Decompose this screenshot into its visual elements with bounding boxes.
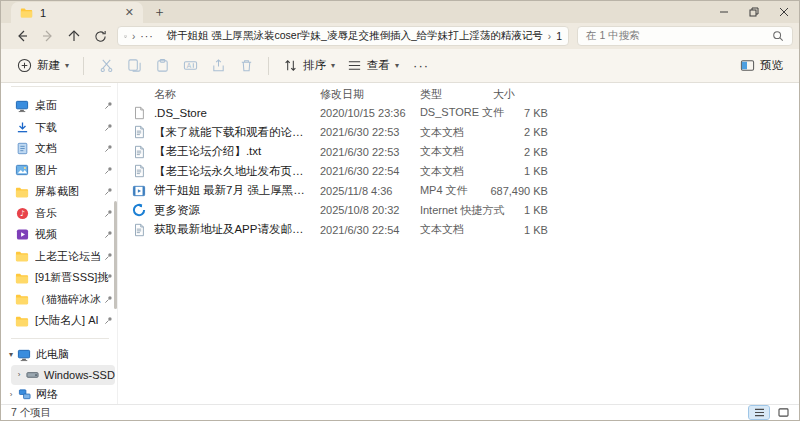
column-header-size[interactable]: 大小	[484, 87, 548, 102]
sidebar-item-this-pc[interactable]: ▾ 此电脑	[1, 345, 117, 365]
sort-button[interactable]: 排序 ▾	[277, 54, 341, 77]
file-type: DS_STORE 文件	[420, 105, 484, 120]
file-size: 1 KB	[484, 165, 548, 177]
tab-close-icon[interactable]: ✕	[122, 6, 137, 19]
forward-button[interactable]	[35, 25, 61, 47]
file-row[interactable]: 【来了就能下载和观看的论坛，纯免费！】.txt 2021/6/30 22:53 …	[130, 123, 799, 143]
network-icon	[17, 388, 31, 402]
scissors-icon	[99, 58, 114, 73]
this-pc-icon	[17, 348, 31, 362]
address-breadcrumb-bar[interactable]: › ··· 饼干姐姐 强上厚黑泳装coser学妹_凌辱足交推倒插入_给学妹打上淫…	[117, 26, 569, 46]
sidebar-item-folder-dalu[interactable]: [大陆名人] AI	[1, 310, 117, 332]
column-header-type[interactable]: 类型	[420, 87, 484, 102]
share-button[interactable]	[204, 54, 232, 78]
chevron-down-icon: ▾	[395, 61, 399, 70]
file-row[interactable]: 饼干姐姐 最新7月 强上厚黑泳装coser学妹_凌... 2025/11/8 4…	[130, 181, 799, 201]
cut-button[interactable]	[92, 54, 120, 78]
up-button[interactable]	[61, 25, 87, 47]
internet-shortcut-icon	[132, 203, 146, 217]
file-name[interactable]: 【老王论坛介绍】.txt	[154, 144, 320, 159]
toolbar-separator	[83, 57, 84, 75]
downloads-icon	[15, 120, 29, 134]
sidebar-item-videos[interactable]: 视频	[1, 224, 117, 246]
pin-icon	[104, 294, 113, 306]
column-header-name[interactable]: 名称	[154, 87, 320, 102]
file-type: 文本文档	[420, 125, 484, 140]
file-explorer-window: 1 ✕ ＋ › ··· 饼干姐姐 强上厚黑泳装coser学妹_凌辱足交推倒插入_…	[0, 0, 800, 421]
pin-icon	[104, 272, 113, 284]
more-options-button[interactable]: ···	[405, 58, 437, 73]
new-tab-button[interactable]: ＋	[153, 3, 166, 21]
sidebar-item-folder-laowang[interactable]: 上老王论坛当	[1, 246, 117, 268]
sidebar-item-downloads[interactable]: 下载	[1, 117, 117, 139]
large-icons-view-button[interactable]	[773, 406, 793, 419]
file-name[interactable]: 饼干姐姐 最新7月 强上厚黑泳装coser学妹_凌...	[154, 183, 320, 198]
rename-button[interactable]: A	[176, 54, 204, 78]
breadcrumb-parent-folder[interactable]: 饼干姐姐 强上厚黑泳装coser学妹_凌辱足交推倒插入_给学妹打上淫荡的精液记号	[167, 29, 543, 43]
file-name[interactable]: 【来了就能下载和观看的论坛，纯免费！】.txt	[154, 125, 320, 140]
sidebar-item-network[interactable]: › 网络	[1, 385, 117, 405]
sidebar-item-music[interactable]: ♪ 音乐	[1, 203, 117, 225]
sidebar-item-desktop[interactable]: 桌面	[1, 95, 117, 117]
file-row[interactable]: 【老王论坛介绍】.txt 2021/6/30 22:53 文本文档 2 KB	[130, 142, 799, 162]
trash-icon	[239, 58, 254, 73]
folder-icon	[15, 292, 29, 306]
file-name[interactable]: 【老王论坛永久地址发布页】.txt	[154, 164, 320, 179]
file-row[interactable]: 获取最新地址及APP请发邮箱自动获取.txt 2021/6/30 22:54 文…	[130, 220, 799, 240]
command-toolbar: 新建 ▾ A 排序 ▾ 查看 ▾ ··· 预览	[1, 49, 799, 83]
copy-button[interactable]	[120, 54, 148, 78]
chevron-collapsed-icon[interactable]: ›	[13, 370, 25, 379]
file-date: 2025/11/8 4:36	[320, 185, 420, 197]
new-button-label: 新建	[37, 58, 60, 73]
file-list-pane: 名称 修改日期 类型 大小 .DS_Store 2020/10/15 23:36…	[118, 83, 799, 404]
file-icon	[132, 106, 146, 120]
back-button[interactable]	[9, 25, 35, 47]
file-name[interactable]: 获取最新地址及APP请发邮箱自动获取.txt	[154, 222, 320, 237]
restore-button[interactable]	[739, 1, 769, 23]
address-bar-row: › ··· 饼干姐姐 强上厚黑泳装coser学妹_凌辱足交推倒插入_给学妹打上淫…	[1, 23, 799, 49]
chevron-collapsed-icon[interactable]: ›	[5, 390, 17, 399]
file-date: 2021/6/30 22:53	[320, 146, 420, 158]
sidebar-scrollbar[interactable]	[114, 201, 117, 309]
chevron-expanded-icon[interactable]: ▾	[5, 350, 17, 359]
breadcrumb-ellipsis[interactable]: ···	[140, 30, 154, 42]
file-row[interactable]: 【老王论坛永久地址发布页】.txt 2021/6/30 22:54 文本文档 1…	[130, 162, 799, 182]
rename-icon: A	[183, 58, 198, 73]
column-header-date[interactable]: 修改日期	[320, 87, 420, 102]
new-button[interactable]: 新建 ▾	[11, 54, 75, 77]
delete-button[interactable]	[232, 54, 260, 78]
paste-icon	[155, 58, 170, 73]
breadcrumb-current-folder[interactable]: 1	[556, 30, 562, 42]
sidebar-item-documents[interactable]: 文档	[1, 138, 117, 160]
file-type: 文本文档	[420, 164, 484, 179]
thumbnail-view-icon	[778, 408, 789, 417]
sidebar-item-pictures[interactable]: 图片	[1, 160, 117, 182]
sidebar-divider	[11, 338, 109, 339]
view-button-label: 查看	[367, 58, 390, 73]
view-button[interactable]: 查看 ▾	[341, 54, 405, 77]
sidebar-item-screenshots[interactable]: 屏幕截图	[1, 181, 117, 203]
close-button[interactable]	[769, 1, 799, 23]
pin-icon	[104, 100, 113, 112]
explorer-tab[interactable]: 1 ✕	[11, 2, 143, 23]
paste-button[interactable]	[148, 54, 176, 78]
file-row[interactable]: 更多资源 2025/10/8 20:32 Internet 快捷方式 1 KB	[130, 201, 799, 221]
text-file-icon	[132, 223, 146, 237]
sidebar-item-folder-maomao[interactable]: （猫猫碎冰冰	[1, 289, 117, 311]
sidebar-item-windows-ssd[interactable]: › Windows-SSD	[11, 365, 115, 385]
search-placeholder: 在 1 中搜索	[586, 29, 772, 43]
search-input[interactable]: 在 1 中搜索	[577, 26, 793, 46]
pin-icon	[104, 165, 113, 177]
minimize-button[interactable]	[709, 1, 739, 23]
refresh-button[interactable]	[87, 25, 113, 47]
file-name[interactable]: 更多资源	[154, 203, 320, 218]
sidebar-item-folder-91[interactable]: [91新晋SSS]挑	[1, 267, 117, 289]
file-row[interactable]: .DS_Store 2020/10/15 23:36 DS_STORE 文件 7…	[130, 103, 799, 123]
preview-pane-icon	[740, 58, 755, 73]
preview-toggle-button[interactable]: 预览	[734, 54, 789, 77]
file-name[interactable]: .DS_Store	[154, 107, 320, 119]
file-type: Internet 快捷方式	[420, 203, 484, 218]
details-view-button[interactable]	[749, 406, 769, 419]
preview-button-label: 预览	[760, 58, 783, 73]
file-size: 1 KB	[484, 224, 548, 236]
